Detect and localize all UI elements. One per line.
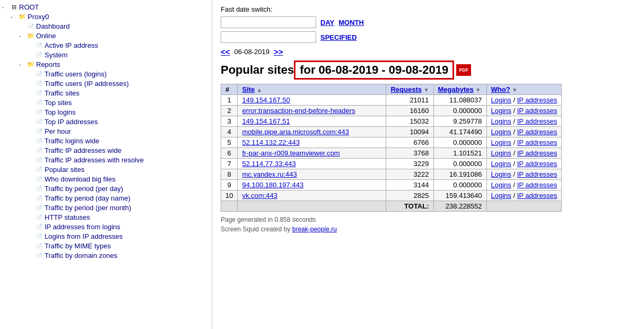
sidebar-label-traffic-by-month[interactable]: Traffic by period (per month): [45, 204, 131, 212]
logins-link[interactable]: Logins: [491, 96, 511, 104]
sidebar-item-traffic-logins-wide[interactable]: 📄Traffic logins wide: [0, 136, 212, 145]
megabytes-sort-link[interactable]: Megabytes: [438, 85, 474, 93]
sidebar-label-system[interactable]: System: [45, 51, 67, 59]
who-sort-link[interactable]: Who?: [491, 85, 510, 93]
sidebar-item-online[interactable]: -📁Online: [0, 31, 212, 40]
sidebar-label-root[interactable]: ROOT: [19, 3, 39, 11]
sidebar-item-per-hour[interactable]: 📄Per hour: [0, 126, 212, 136]
logins-link[interactable]: Logins: [491, 128, 511, 136]
site-link[interactable]: 52.114.77.33:443: [242, 160, 295, 168]
sidebar-label-traffic-ip-wide[interactable]: Traffic IP addresses wide: [45, 146, 121, 154]
site-link[interactable]: 94.100.180.197:443: [242, 181, 303, 189]
sidebar-label-proxy0[interactable]: Proxy0: [28, 13, 49, 21]
footer-link[interactable]: break-people.ru: [292, 226, 337, 233]
sidebar-item-active-ip[interactable]: 📄Active IP address: [0, 40, 212, 50]
sidebar-item-logins-from-ip[interactable]: 📄Logins from IP addresses: [0, 231, 212, 241]
sidebar-label-dashboard[interactable]: Dashboard: [36, 22, 70, 30]
sidebar-item-traffic-domain[interactable]: 📄Traffic by domain zones: [0, 250, 212, 260]
logins-link[interactable]: Logins: [491, 181, 511, 189]
sidebar-item-who-download[interactable]: 📄Who download big files: [0, 174, 212, 184]
sidebar-label-http-statuses[interactable]: HTTP statuses: [45, 213, 90, 221]
site-link[interactable]: vk.com:443: [242, 192, 277, 200]
site-link[interactable]: 149.154.167.50: [242, 96, 290, 104]
sidebar-item-dashboard[interactable]: 📄Dashboard: [0, 21, 212, 31]
site-link[interactable]: error:transaction-end-before-headers: [242, 107, 355, 115]
logins-link[interactable]: Logins: [491, 107, 511, 115]
day-link[interactable]: DAY: [320, 19, 334, 27]
sidebar-item-traffic-by-day-name[interactable]: 📄Traffic by period (day name): [0, 193, 212, 203]
month-link[interactable]: MONTH: [338, 19, 364, 27]
expand-icon[interactable]: -: [19, 61, 27, 67]
sidebar-label-top-logins[interactable]: Top logins: [45, 108, 76, 116]
sidebar-item-traffic-ip-resolve[interactable]: 📄Traffic IP addresses with resolve: [0, 155, 212, 164]
ip-link[interactable]: IP addresses: [517, 138, 558, 146]
logins-link[interactable]: Logins: [491, 170, 511, 178]
col-header-megabytes[interactable]: Megabytes ▼: [433, 84, 486, 95]
sidebar-label-traffic-ip-resolve[interactable]: Traffic IP addresses with resolve: [45, 156, 144, 164]
sidebar-label-online[interactable]: Online: [36, 32, 56, 40]
date-input-2[interactable]: [221, 31, 316, 43]
date-input-1[interactable]: [221, 16, 316, 28]
sidebar-label-traffic-sites[interactable]: Traffic sites: [45, 89, 80, 97]
ip-link[interactable]: IP addresses: [517, 149, 558, 157]
logins-link[interactable]: Logins: [491, 160, 511, 168]
ip-link[interactable]: IP addresses: [517, 117, 558, 125]
ip-link[interactable]: IP addresses: [517, 170, 558, 178]
sidebar-item-system[interactable]: 📄System: [0, 50, 212, 59]
sidebar-item-traffic-users-ip[interactable]: 📄Traffic users (IP addresses): [0, 79, 212, 88]
logins-link[interactable]: Logins: [491, 138, 511, 146]
site-sort-link[interactable]: Site: [242, 85, 255, 93]
sidebar-label-traffic-logins-wide[interactable]: Traffic logins wide: [45, 137, 99, 145]
col-header-who[interactable]: Who? ▼: [486, 84, 562, 95]
expand-icon[interactable]: -: [19, 32, 27, 39]
specified-link[interactable]: SPECIFIED: [320, 33, 357, 41]
sidebar-label-top-ip[interactable]: Top IP addresses: [45, 118, 98, 126]
sidebar-item-reports[interactable]: -📁Reports: [0, 59, 212, 69]
expand-icon[interactable]: -: [2, 4, 10, 10]
logins-link[interactable]: Logins: [491, 192, 511, 200]
sidebar-item-top-logins[interactable]: 📄Top logins: [0, 107, 212, 117]
sidebar-label-ip-from-logins[interactable]: IP addresses from logins: [45, 223, 120, 231]
pdf-button[interactable]: PDF: [456, 64, 471, 76]
ip-link[interactable]: IP addresses: [517, 128, 558, 136]
site-link[interactable]: mobile.pipe.aria.microsoft.com:443: [242, 128, 349, 136]
ip-link[interactable]: IP addresses: [517, 107, 558, 115]
sidebar-item-traffic-by-day[interactable]: 📄Traffic by period (per day): [0, 184, 212, 193]
sidebar-label-traffic-domain[interactable]: Traffic by domain zones: [45, 252, 117, 259]
sidebar-item-traffic-sites[interactable]: 📄Traffic sites: [0, 88, 212, 98]
site-link[interactable]: fr-par-anx-r009.teamviewer.com: [242, 149, 340, 157]
logins-link[interactable]: Logins: [491, 117, 511, 125]
sidebar-label-traffic-by-day[interactable]: Traffic by period (per day): [45, 185, 123, 193]
col-header-site[interactable]: Site ▲: [238, 84, 386, 95]
sidebar-label-active-ip[interactable]: Active IP address: [45, 41, 98, 49]
ip-link[interactable]: IP addresses: [517, 181, 558, 189]
sidebar-item-proxy0[interactable]: -📁Proxy0: [0, 12, 212, 21]
sidebar-label-popular-sites[interactable]: Popular sites: [45, 166, 84, 174]
site-link[interactable]: mc.yandex.ru:443: [242, 170, 297, 178]
sidebar-label-logins-from-ip[interactable]: Logins from IP addresses: [45, 232, 123, 240]
sidebar-item-popular-sites[interactable]: 📄Popular sites: [0, 164, 212, 174]
sidebar-item-traffic-ip-wide[interactable]: 📄Traffic IP addresses wide: [0, 145, 212, 155]
expand-icon[interactable]: -: [11, 13, 18, 20]
sidebar-item-http-statuses[interactable]: 📄HTTP statuses: [0, 212, 212, 222]
col-header-requests[interactable]: Requests ▼: [386, 84, 433, 95]
sidebar-item-traffic-by-month[interactable]: 📄Traffic by period (per month): [0, 203, 212, 212]
sidebar-label-top-sites[interactable]: Top sites: [45, 99, 72, 107]
ip-link[interactable]: IP addresses: [517, 96, 558, 104]
ip-link[interactable]: IP addresses: [517, 192, 558, 200]
sidebar-item-ip-from-logins[interactable]: 📄IP addresses from logins: [0, 222, 212, 231]
nav-next[interactable]: >>: [274, 47, 283, 56]
nav-prev[interactable]: <<: [221, 47, 230, 56]
sidebar-item-top-sites[interactable]: 📄Top sites: [0, 98, 212, 107]
sidebar-label-traffic-mime[interactable]: Traffic by MIME types: [45, 242, 111, 250]
site-link[interactable]: 52.114.132.22:443: [242, 138, 299, 146]
sidebar-item-traffic-users-logins[interactable]: 📄Traffic users (logins): [0, 69, 212, 79]
logins-link[interactable]: Logins: [491, 149, 511, 157]
sidebar-label-reports[interactable]: Reports: [36, 60, 60, 68]
sidebar-label-traffic-users-logins[interactable]: Traffic users (logins): [45, 70, 107, 78]
sidebar-item-top-ip[interactable]: 📄Top IP addresses: [0, 117, 212, 126]
ip-link[interactable]: IP addresses: [517, 160, 558, 168]
sidebar-item-traffic-mime[interactable]: 📄Traffic by MIME types: [0, 241, 212, 250]
sidebar-label-traffic-users-ip[interactable]: Traffic users (IP addresses): [45, 80, 129, 88]
sidebar-label-traffic-by-day-name[interactable]: Traffic by period (day name): [45, 194, 130, 202]
